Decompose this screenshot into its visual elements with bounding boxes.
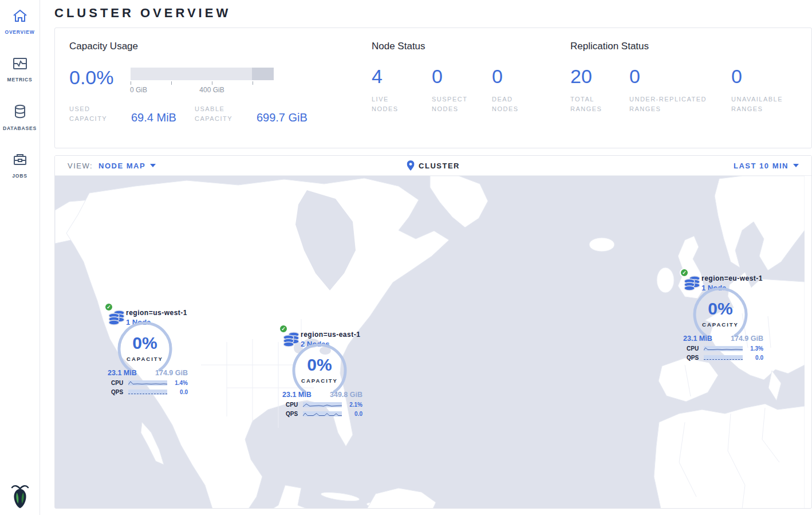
node-status-title: Node Status bbox=[372, 41, 570, 52]
cluster-summary-panel: Capacity Usage 0.0% bbox=[54, 27, 812, 148]
sidebar-item-jobs[interactable]: JOBS bbox=[0, 144, 40, 187]
unavailable-ranges-stat: 0 UNAVAILABLE RANGES bbox=[731, 66, 811, 114]
chevron-down-icon bbox=[793, 164, 799, 167]
gauge-percent: 0% bbox=[290, 355, 349, 375]
capacity-bar-reserved bbox=[252, 68, 274, 80]
sidebar-item-metrics[interactable]: METRICS bbox=[0, 48, 40, 91]
capacity-used-value: 23.1 MiB bbox=[683, 335, 712, 343]
region-name: region=us-east-1 bbox=[301, 331, 360, 339]
view-selector-value: NODE MAP bbox=[98, 162, 145, 170]
breadcrumb-label: CLUSTER bbox=[419, 162, 460, 170]
qps-sparkline bbox=[704, 355, 743, 360]
capacity-usable-value: 174.9 GiB bbox=[731, 335, 763, 343]
capacity-used-value: 23.1 MiB bbox=[108, 369, 137, 377]
stat-label: SUSPECT NODES bbox=[432, 95, 472, 114]
axis-tick-label: 400 GiB bbox=[199, 86, 224, 94]
breadcrumb[interactable]: CLUSTER bbox=[407, 160, 460, 171]
capacity-usage-section: Capacity Usage 0.0% bbox=[69, 41, 372, 148]
stat-value: 4 bbox=[372, 66, 432, 86]
cpu-value: 1.3% bbox=[743, 345, 763, 352]
sidebar-label: METRICS bbox=[7, 77, 33, 82]
capacity-used-value: 23.1 MiB bbox=[282, 391, 312, 399]
qps-label: QPS bbox=[111, 389, 128, 395]
stat-value: 0 bbox=[731, 66, 811, 86]
qps-value: 0.0 bbox=[743, 355, 763, 361]
gauge-percent: 0% bbox=[115, 333, 175, 353]
sidebar-label: DATABASES bbox=[3, 125, 37, 131]
view-label: VIEW: bbox=[68, 162, 93, 170]
usable-capacity-label: USABLE CAPACITY bbox=[195, 104, 247, 124]
live-nodes-stat: 4 LIVE NODES bbox=[372, 66, 432, 114]
gauge-caption: CAPACITY bbox=[691, 321, 750, 328]
jobs-icon bbox=[13, 153, 27, 169]
capacity-usable-value: 349.8 GiB bbox=[330, 391, 362, 399]
home-icon bbox=[13, 9, 27, 25]
stat-label: LIVE NODES bbox=[372, 95, 412, 114]
capacity-usable-value: 174.9 GiB bbox=[155, 369, 188, 377]
cpu-sparkline bbox=[128, 380, 167, 386]
stat-label: UNDER-REPLICATED RANGES bbox=[629, 95, 721, 114]
usable-capacity-value: 699.7 GiB bbox=[257, 111, 308, 124]
view-selector[interactable]: NODE MAP bbox=[98, 162, 156, 170]
qps-value: 0.0 bbox=[167, 389, 188, 395]
dead-nodes-stat: 0 DEAD NODES bbox=[492, 66, 552, 114]
region-name: region=eu-west-1 bbox=[701, 274, 763, 282]
used-capacity-value: 69.4 MiB bbox=[131, 111, 176, 124]
chevron-down-icon bbox=[150, 164, 156, 167]
sidebar-item-databases[interactable]: DATABASES bbox=[0, 95, 40, 139]
gauge-caption: CAPACITY bbox=[290, 378, 349, 384]
cpu-sparkline bbox=[704, 346, 743, 351]
cpu-label: CPU bbox=[111, 380, 128, 386]
stat-value: 0 bbox=[492, 66, 552, 86]
qps-value: 0.0 bbox=[342, 411, 362, 417]
stat-label: UNAVAILABLE RANGES bbox=[731, 95, 794, 114]
capacity-percent: 0.0% bbox=[69, 68, 131, 87]
sidebar-label: JOBS bbox=[12, 173, 27, 179]
stat-label: TOTAL RANGES bbox=[570, 95, 610, 114]
sidebar: OVERVIEW METRICS DATABASES bbox=[0, 0, 40, 515]
axis-tick-label: 0 GiB bbox=[130, 86, 147, 94]
cpu-label: CPU bbox=[687, 345, 704, 352]
stat-label: DEAD NODES bbox=[492, 95, 532, 114]
page-title: CLUSTER OVERVIEW bbox=[54, 6, 812, 21]
cpu-sparkline bbox=[303, 402, 342, 407]
suspect-nodes-stat: 0 SUSPECT NODES bbox=[432, 66, 492, 114]
qps-label: QPS bbox=[286, 411, 303, 417]
node-map-panel: VIEW: NODE MAP CLUSTER LAST 10 MIN bbox=[54, 155, 812, 509]
capacity-bar-usable bbox=[131, 68, 252, 80]
region-name: region=us-west-1 bbox=[126, 309, 187, 317]
replication-status-title: Replication Status bbox=[570, 41, 811, 52]
map-toolbar: VIEW: NODE MAP CLUSTER LAST 10 MIN bbox=[55, 156, 811, 176]
region-marker-eu-west-1[interactable]: ✓ region=eu-west-1 1 Node bbox=[676, 268, 768, 365]
stat-value: 0 bbox=[629, 66, 731, 86]
gauge-percent: 0% bbox=[691, 299, 750, 319]
region-marker-us-west-1[interactable]: ✓ region=us-west-1 1 Node bbox=[101, 302, 192, 399]
cpu-value: 1.4% bbox=[167, 380, 188, 386]
used-capacity-label: USED CAPACITY bbox=[69, 104, 122, 124]
cpu-label: CPU bbox=[286, 402, 303, 408]
cpu-value: 2.1% bbox=[342, 402, 362, 408]
sidebar-item-overview[interactable]: OVERVIEW bbox=[0, 0, 40, 43]
node-status-section: Node Status 4 LIVE NODES 0 SUSPECT NODES… bbox=[372, 41, 570, 148]
replication-status-section: Replication Status 20 TOTAL RANGES 0 UND… bbox=[570, 41, 811, 148]
stat-value: 20 bbox=[570, 66, 629, 86]
app-root: OVERVIEW METRICS DATABASES bbox=[0, 0, 812, 515]
capacity-bar-chart: 0 GiB 400 GiB bbox=[131, 68, 274, 95]
location-pin-icon bbox=[407, 160, 414, 171]
gauge-caption: CAPACITY bbox=[115, 356, 175, 362]
qps-sparkline bbox=[128, 390, 167, 395]
cockroachdb-logo bbox=[0, 482, 40, 509]
stat-value: 0 bbox=[432, 66, 492, 86]
databases-icon bbox=[13, 104, 27, 121]
total-ranges-stat: 20 TOTAL RANGES bbox=[570, 66, 629, 114]
qps-sparkline bbox=[303, 411, 342, 416]
main-content: CLUSTER OVERVIEW Capacity Usage 0.0% bbox=[40, 0, 812, 515]
region-marker-us-east-1[interactable]: ✓ region=us-east-1 2 Nodes bbox=[275, 324, 367, 421]
under-replicated-ranges-stat: 0 UNDER-REPLICATED RANGES bbox=[629, 66, 731, 114]
metrics-icon bbox=[13, 57, 27, 73]
sidebar-label: OVERVIEW bbox=[5, 29, 34, 35]
world-map: ✓ region=us-west-1 1 Node bbox=[55, 176, 805, 509]
time-range-value: LAST 10 MIN bbox=[734, 162, 789, 170]
capacity-usage-title: Capacity Usage bbox=[69, 41, 372, 52]
time-range-selector[interactable]: LAST 10 MIN bbox=[734, 162, 799, 170]
